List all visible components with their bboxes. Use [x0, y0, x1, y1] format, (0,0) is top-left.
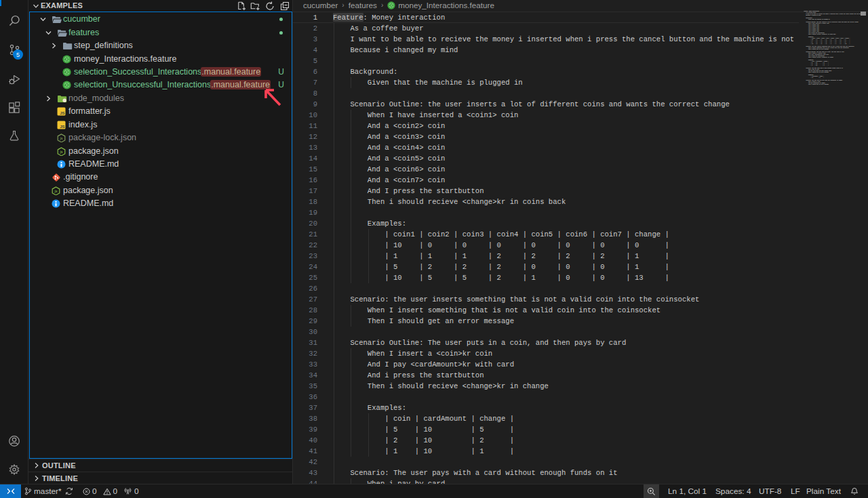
svg-text:js: js	[54, 189, 58, 193]
svg-text:JS: JS	[60, 111, 64, 115]
svg-text:js: js	[60, 150, 63, 154]
svg-text:JS: JS	[60, 125, 64, 129]
svg-text:js: js	[60, 136, 63, 140]
